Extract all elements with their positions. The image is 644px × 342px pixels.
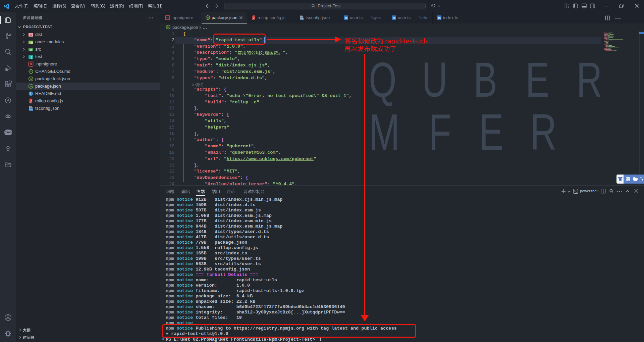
svg-text:TS: TS xyxy=(393,17,396,19)
svg-text:TS: TS xyxy=(438,17,441,19)
svg-text:TS: TS xyxy=(345,17,348,19)
svg-text:TS: TS xyxy=(301,18,304,20)
svg-text:JS: JS xyxy=(30,78,32,80)
svg-text:JS: JS xyxy=(30,85,32,88)
svg-text:JS: JS xyxy=(207,17,209,19)
svg-text:JS: JS xyxy=(167,26,169,28)
svg-text:TS: TS xyxy=(30,109,33,111)
